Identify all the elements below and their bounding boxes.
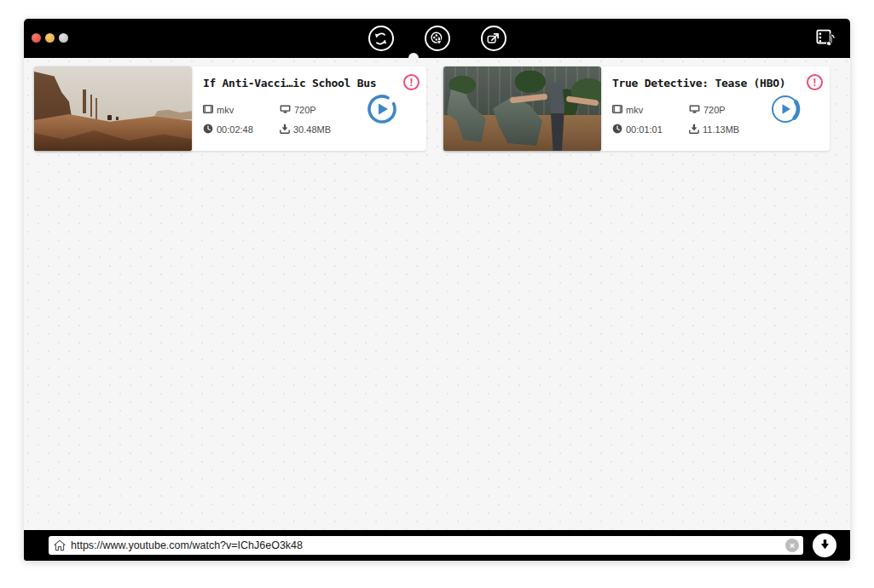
film-icon (612, 104, 622, 116)
download-size-icon (689, 124, 699, 135)
size-value: 11.13MB (703, 124, 739, 135)
format-item: mkv (203, 104, 280, 116)
share-button[interactable] (481, 26, 506, 51)
video-thumbnail-raptors (443, 66, 601, 151)
close-button[interactable] (32, 33, 41, 43)
download-list-button[interactable] (425, 26, 450, 51)
media-library-button[interactable] (813, 28, 839, 49)
resolution-value: 720P (703, 105, 726, 115)
duration-item: 00:02:48 (203, 124, 280, 135)
video-thumbnail-desert (34, 66, 192, 151)
resolution-item: 720P (689, 104, 761, 116)
video-meta: mkv 720P 00:01:01 (612, 104, 761, 135)
play-button[interactable] (769, 93, 802, 125)
video-title: True Detective: Tease (HBO) (612, 77, 830, 89)
size-item: 30.48MB (280, 124, 352, 135)
url-input-wrap: × (49, 536, 803, 555)
clear-url-button[interactable]: × (785, 539, 799, 552)
video-card: True Detective: Tease (HBO) mkv 720P (443, 66, 830, 151)
video-title: If Anti-Vacci…ic School Bus (203, 77, 426, 89)
video-meta: mkv 720P 00:02:48 (203, 104, 352, 135)
format-value: mkv (626, 105, 643, 115)
url-bar: × (24, 530, 850, 561)
size-item: 11.13MB (689, 124, 761, 135)
clock-icon (203, 124, 213, 135)
minimize-button[interactable] (45, 33, 55, 43)
video-info-panel: If Anti-Vacci…ic School Bus mkv 720P (192, 66, 426, 151)
monitor-icon (689, 104, 700, 116)
title-bar (24, 19, 850, 58)
format-item: mkv (612, 104, 689, 116)
traffic-lights (32, 33, 68, 43)
play-button[interactable] (366, 93, 398, 125)
film-icon (203, 104, 213, 116)
zoom-button[interactable] (59, 33, 68, 43)
resolution-item: 720P (280, 104, 352, 116)
format-value: mkv (217, 105, 234, 115)
duration-value: 00:01:01 (626, 124, 663, 135)
monitor-icon (280, 104, 291, 116)
download-arrow-icon (818, 537, 832, 555)
toolbar (368, 26, 506, 51)
clock-icon (612, 124, 622, 135)
app-window: If Anti-Vacci…ic School Bus mkv 720P (24, 19, 850, 561)
video-card: If Anti-Vacci…ic School Bus mkv 720P (34, 66, 426, 151)
duration-value: 00:02:48 (217, 124, 253, 135)
download-size-icon (280, 124, 290, 135)
share-export-icon (484, 30, 502, 48)
film-download-icon (428, 30, 446, 48)
alert-exclamation-icon[interactable]: ! (807, 74, 823, 90)
size-value: 30.48MB (293, 124, 331, 135)
alert-exclamation-icon[interactable]: ! (403, 74, 420, 90)
film-music-note-icon (814, 27, 838, 50)
url-input[interactable] (49, 536, 803, 555)
home-icon (54, 539, 66, 555)
refresh-button[interactable] (368, 26, 394, 51)
refresh-icon (372, 30, 390, 48)
resolution-value: 720P (294, 105, 316, 115)
video-info-panel: True Detective: Tease (HBO) mkv 720P (601, 66, 830, 151)
download-list: If Anti-Vacci…ic School Bus mkv 720P (24, 58, 850, 530)
download-button[interactable] (813, 533, 836, 557)
duration-item: 00:01:01 (612, 124, 689, 135)
